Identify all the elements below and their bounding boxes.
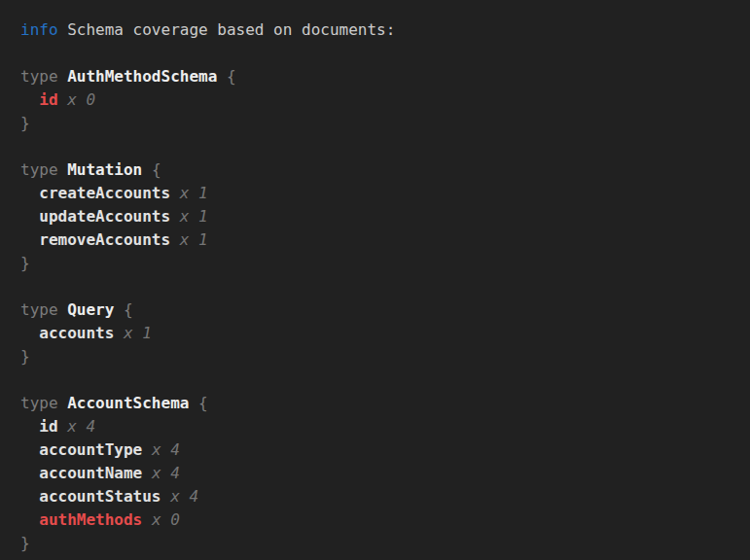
- indent: [20, 324, 39, 342]
- space: [142, 464, 152, 482]
- type-header-line: type AccountSchema {: [20, 392, 742, 415]
- field-usage-count: x 0: [67, 90, 95, 109]
- space: [58, 300, 68, 319]
- info-message: Schema coverage based on documents:: [67, 20, 395, 39]
- space: [114, 324, 124, 342]
- terminal-output: info Schema coverage based on documents:…: [0, 0, 750, 560]
- type-name: Mutation: [67, 160, 142, 179]
- space: [58, 160, 68, 179]
- field-usage-count: x 4: [170, 487, 198, 506]
- type-block: type Mutation { createAccounts x 1 updat…: [20, 158, 742, 275]
- close-brace: }: [20, 252, 742, 275]
- field-name: id: [39, 90, 57, 109]
- field-usage-count: x 4: [152, 440, 180, 459]
- field-name: id: [39, 417, 57, 436]
- type-header-line: type Mutation {: [20, 158, 742, 182]
- field-name: authMethods: [39, 510, 142, 529]
- type-keyword: type: [20, 67, 58, 86]
- field-row: accountType x 4: [20, 438, 742, 462]
- field-name: accountType: [39, 440, 142, 459]
- space: [170, 207, 180, 226]
- type-name: AuthMethodSchema: [67, 67, 217, 86]
- field-usage-count: x 1: [180, 207, 208, 226]
- indent: [20, 487, 39, 506]
- open-brace: {: [124, 300, 133, 319]
- space: [142, 510, 152, 529]
- space: [58, 67, 68, 86]
- space: [114, 300, 124, 319]
- space: [161, 487, 171, 506]
- field-name: accountStatus: [39, 487, 161, 506]
- type-name: AccountSchema: [67, 394, 189, 412]
- field-usage-count: x 0: [152, 510, 180, 529]
- open-brace: {: [198, 394, 208, 412]
- type-header-line: type AuthMethodSchema {: [20, 65, 742, 88]
- close-brace: }: [20, 532, 742, 555]
- field-row: id x 4: [20, 415, 742, 438]
- field-row: accountName x 4: [20, 462, 742, 485]
- indent: [20, 510, 39, 529]
- close-brace: }: [20, 112, 742, 135]
- field-name: accountName: [39, 464, 142, 482]
- space: [142, 160, 152, 179]
- type-block: type Query { accounts x 1}: [20, 298, 742, 368]
- indent: [20, 440, 39, 459]
- field-name: removeAccounts: [39, 230, 170, 249]
- type-header-line: type Query {: [20, 298, 742, 322]
- indent: [20, 207, 39, 226]
- type-block: type AuthMethodSchema { id x 0}: [20, 65, 742, 135]
- indent: [20, 464, 39, 482]
- field-name: createAccounts: [39, 184, 170, 202]
- space: [142, 440, 152, 459]
- space: [58, 417, 68, 436]
- open-brace: {: [152, 160, 161, 179]
- info-line: info Schema coverage based on documents:: [20, 18, 742, 42]
- type-keyword: type: [20, 394, 58, 412]
- field-usage-count: x 1: [180, 230, 208, 249]
- indent: [20, 90, 39, 109]
- field-name: updateAccounts: [39, 207, 170, 226]
- space: [217, 67, 227, 86]
- field-usage-count: x 4: [67, 417, 95, 436]
- schema-coverage-blocks: type AuthMethodSchema { id x 0}type Muta…: [20, 65, 742, 555]
- field-row: authMethods x 0: [20, 508, 742, 532]
- indent: [20, 230, 39, 249]
- field-row: createAccounts x 1: [20, 182, 742, 205]
- field-usage-count: x 1: [124, 324, 152, 342]
- space: [189, 394, 198, 412]
- type-name: Query: [67, 300, 114, 319]
- space: [58, 90, 68, 109]
- field-row: accountStatus x 4: [20, 485, 742, 508]
- field-row: id x 0: [20, 88, 742, 112]
- field-name: accounts: [39, 324, 114, 342]
- field-row: removeAccounts x 1: [20, 228, 742, 252]
- field-usage-count: x 4: [152, 464, 180, 482]
- log-level-info-label: info: [20, 20, 58, 39]
- type-keyword: type: [20, 160, 58, 179]
- close-brace: }: [20, 345, 742, 368]
- open-brace: {: [227, 67, 236, 86]
- indent: [20, 417, 39, 436]
- field-row: accounts x 1: [20, 322, 742, 345]
- type-block: type AccountSchema { id x 4 accountType …: [20, 392, 742, 555]
- space: [170, 184, 180, 202]
- field-row: updateAccounts x 1: [20, 205, 742, 228]
- space: [58, 20, 68, 39]
- field-usage-count: x 1: [180, 184, 208, 202]
- space: [58, 394, 68, 412]
- type-keyword: type: [20, 300, 58, 319]
- indent: [20, 184, 39, 202]
- space: [170, 230, 180, 249]
